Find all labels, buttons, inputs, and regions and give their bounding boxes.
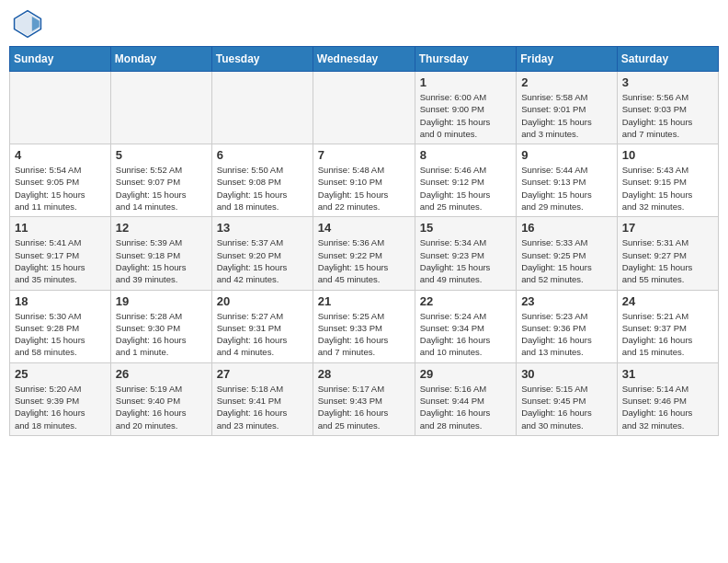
calendar-cell: 6Sunrise: 5:50 AM Sunset: 9:08 PM Daylig… [211, 144, 313, 217]
calendar-cell: 9Sunrise: 5:44 AM Sunset: 9:13 PM Daylig… [517, 144, 618, 217]
calendar-cell: 2Sunrise: 5:58 AM Sunset: 9:01 PM Daylig… [517, 72, 618, 144]
calendar-cell: 14Sunrise: 5:36 AM Sunset: 9:22 PM Dayli… [313, 217, 415, 290]
calendar-header: SundayMondayTuesdayWednesdayThursdayFrid… [10, 47, 719, 72]
logo [13, 9, 46, 39]
header-day: Friday [517, 47, 618, 72]
logo-icon [13, 9, 42, 39]
day-number: 19 [116, 294, 207, 308]
calendar-cell: 19Sunrise: 5:28 AM Sunset: 9:30 PM Dayli… [110, 290, 211, 362]
header-day: Wednesday [313, 47, 415, 72]
day-number: 5 [116, 148, 207, 162]
day-number: 27 [217, 367, 308, 381]
day-number: 18 [15, 294, 106, 308]
calendar-cell [211, 72, 313, 144]
calendar-cell: 3Sunrise: 5:56 AM Sunset: 9:03 PM Daylig… [617, 72, 718, 144]
day-info: Sunrise: 5:31 AM Sunset: 9:27 PM Dayligh… [622, 236, 713, 285]
day-info: Sunrise: 5:18 AM Sunset: 9:41 PM Dayligh… [217, 383, 308, 431]
day-info: Sunrise: 5:54 AM Sunset: 9:05 PM Dayligh… [15, 164, 106, 213]
day-info: Sunrise: 5:20 AM Sunset: 9:39 PM Dayligh… [15, 383, 106, 431]
day-number: 22 [420, 294, 511, 308]
day-number: 6 [217, 148, 308, 162]
header-day: Saturday [617, 47, 718, 72]
day-info: Sunrise: 5:48 AM Sunset: 9:10 PM Dayligh… [318, 164, 410, 213]
day-number: 9 [521, 148, 612, 162]
day-info: Sunrise: 5:39 AM Sunset: 9:18 PM Dayligh… [116, 236, 207, 285]
calendar-week-row: 25Sunrise: 5:20 AM Sunset: 9:39 PM Dayli… [10, 362, 719, 435]
calendar-cell: 1Sunrise: 6:00 AM Sunset: 9:00 PM Daylig… [415, 72, 516, 144]
day-number: 17 [622, 221, 713, 235]
day-number: 4 [15, 148, 106, 162]
calendar-week-row: 18Sunrise: 5:30 AM Sunset: 9:28 PM Dayli… [10, 290, 719, 362]
calendar-cell: 17Sunrise: 5:31 AM Sunset: 9:27 PM Dayli… [617, 217, 718, 290]
day-number: 30 [521, 367, 612, 381]
day-number: 16 [521, 221, 612, 235]
calendar-cell: 12Sunrise: 5:39 AM Sunset: 9:18 PM Dayli… [110, 217, 211, 290]
day-info: Sunrise: 5:33 AM Sunset: 9:25 PM Dayligh… [521, 236, 612, 285]
calendar-cell: 22Sunrise: 5:24 AM Sunset: 9:34 PM Dayli… [415, 290, 516, 362]
header-day: Sunday [10, 47, 111, 72]
calendar-table: SundayMondayTuesdayWednesdayThursdayFrid… [9, 46, 719, 436]
calendar-cell: 28Sunrise: 5:17 AM Sunset: 9:43 PM Dayli… [313, 362, 415, 435]
calendar-week-row: 11Sunrise: 5:41 AM Sunset: 9:17 PM Dayli… [10, 217, 719, 290]
calendar-cell [313, 72, 415, 144]
calendar-cell: 15Sunrise: 5:34 AM Sunset: 9:23 PM Dayli… [415, 217, 516, 290]
calendar-cell: 10Sunrise: 5:43 AM Sunset: 9:15 PM Dayli… [617, 144, 718, 217]
svg-marker-2 [32, 17, 40, 31]
day-info: Sunrise: 5:58 AM Sunset: 9:01 PM Dayligh… [521, 91, 612, 140]
day-info: Sunrise: 5:34 AM Sunset: 9:23 PM Dayligh… [420, 236, 511, 285]
day-number: 24 [622, 294, 713, 308]
day-number: 7 [318, 148, 410, 162]
day-info: Sunrise: 5:56 AM Sunset: 9:03 PM Dayligh… [622, 91, 713, 140]
calendar-cell: 18Sunrise: 5:30 AM Sunset: 9:28 PM Dayli… [10, 290, 111, 362]
day-number: 13 [217, 221, 308, 235]
day-info: Sunrise: 5:21 AM Sunset: 9:37 PM Dayligh… [622, 310, 713, 359]
day-info: Sunrise: 5:43 AM Sunset: 9:15 PM Dayligh… [622, 164, 713, 213]
header-day: Monday [110, 47, 211, 72]
day-info: Sunrise: 5:23 AM Sunset: 9:36 PM Dayligh… [521, 310, 612, 359]
header-row: SundayMondayTuesdayWednesdayThursdayFrid… [10, 47, 719, 72]
day-info: Sunrise: 5:44 AM Sunset: 9:13 PM Dayligh… [521, 164, 612, 213]
page-header [9, 9, 719, 39]
calendar-cell: 13Sunrise: 5:37 AM Sunset: 9:20 PM Dayli… [211, 217, 313, 290]
day-number: 26 [116, 367, 207, 381]
day-info: Sunrise: 5:37 AM Sunset: 9:20 PM Dayligh… [217, 236, 308, 285]
header-day: Tuesday [211, 47, 313, 72]
day-number: 14 [318, 221, 410, 235]
day-number: 20 [217, 294, 308, 308]
day-info: Sunrise: 5:28 AM Sunset: 9:30 PM Dayligh… [116, 310, 207, 359]
calendar-cell: 11Sunrise: 5:41 AM Sunset: 9:17 PM Dayli… [10, 217, 111, 290]
calendar-cell: 23Sunrise: 5:23 AM Sunset: 9:36 PM Dayli… [517, 290, 618, 362]
day-number: 15 [420, 221, 511, 235]
day-info: Sunrise: 5:14 AM Sunset: 9:46 PM Dayligh… [622, 383, 713, 431]
calendar-cell: 16Sunrise: 5:33 AM Sunset: 9:25 PM Dayli… [517, 217, 618, 290]
calendar-cell: 26Sunrise: 5:19 AM Sunset: 9:40 PM Dayli… [110, 362, 211, 435]
calendar-body: 1Sunrise: 6:00 AM Sunset: 9:00 PM Daylig… [10, 72, 719, 436]
calendar-cell: 7Sunrise: 5:48 AM Sunset: 9:10 PM Daylig… [313, 144, 415, 217]
day-number: 25 [15, 367, 106, 381]
day-number: 3 [622, 75, 713, 89]
calendar-cell: 31Sunrise: 5:14 AM Sunset: 9:46 PM Dayli… [617, 362, 718, 435]
calendar-cell: 25Sunrise: 5:20 AM Sunset: 9:39 PM Dayli… [10, 362, 111, 435]
day-number: 21 [318, 294, 410, 308]
day-number: 1 [420, 75, 511, 89]
calendar-cell: 4Sunrise: 5:54 AM Sunset: 9:05 PM Daylig… [10, 144, 111, 217]
day-number: 31 [622, 367, 713, 381]
day-number: 11 [15, 221, 106, 235]
day-info: Sunrise: 5:50 AM Sunset: 9:08 PM Dayligh… [217, 164, 308, 213]
calendar-cell: 21Sunrise: 5:25 AM Sunset: 9:33 PM Dayli… [313, 290, 415, 362]
day-number: 12 [116, 221, 207, 235]
day-number: 10 [622, 148, 713, 162]
calendar-cell [10, 72, 111, 144]
day-info: Sunrise: 5:17 AM Sunset: 9:43 PM Dayligh… [318, 383, 410, 431]
day-info: Sunrise: 6:00 AM Sunset: 9:00 PM Dayligh… [420, 91, 511, 140]
calendar-cell: 30Sunrise: 5:15 AM Sunset: 9:45 PM Dayli… [517, 362, 618, 435]
calendar-cell: 29Sunrise: 5:16 AM Sunset: 9:44 PM Dayli… [415, 362, 516, 435]
day-info: Sunrise: 5:19 AM Sunset: 9:40 PM Dayligh… [116, 383, 207, 431]
day-info: Sunrise: 5:41 AM Sunset: 9:17 PM Dayligh… [15, 236, 106, 285]
calendar-cell [110, 72, 211, 144]
day-info: Sunrise: 5:36 AM Sunset: 9:22 PM Dayligh… [318, 236, 410, 285]
day-info: Sunrise: 5:52 AM Sunset: 9:07 PM Dayligh… [116, 164, 207, 213]
day-info: Sunrise: 5:24 AM Sunset: 9:34 PM Dayligh… [420, 310, 511, 359]
day-info: Sunrise: 5:27 AM Sunset: 9:31 PM Dayligh… [217, 310, 308, 359]
calendar-week-row: 4Sunrise: 5:54 AM Sunset: 9:05 PM Daylig… [10, 144, 719, 217]
